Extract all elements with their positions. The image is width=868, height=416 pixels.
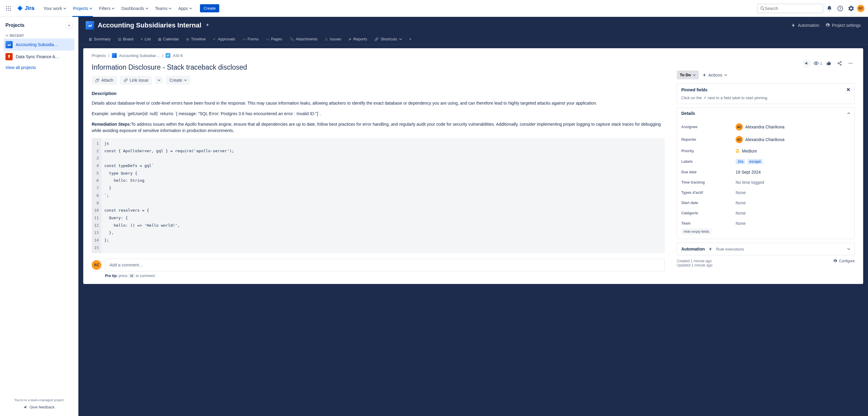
priority-icon: ☰ (736, 149, 740, 154)
link-icon (124, 78, 128, 82)
tab-attachments[interactable]: 📎Attachments (286, 34, 320, 44)
svg-text:?: ? (839, 6, 841, 10)
attach-button[interactable]: Attach (92, 76, 117, 85)
nav-your-work[interactable]: Your work (40, 4, 69, 13)
svg-point-8 (10, 10, 11, 10)
share-icon[interactable] (835, 59, 844, 67)
jira-logo[interactable]: Jira (14, 5, 37, 12)
search-icon (760, 6, 765, 11)
crumb-projects[interactable]: Projects (92, 53, 106, 58)
task-icon (165, 53, 170, 58)
description-body[interactable]: Details about database-level or code-lev… (92, 100, 665, 253)
labels-value[interactable]: Jiraescape (736, 159, 850, 164)
sparkle-icon[interactable] (205, 23, 210, 28)
actions-button[interactable]: Actions (703, 73, 727, 77)
time-tracking-value[interactable]: No time logged (736, 180, 850, 185)
crumb-project[interactable]: Accounting Subsidiar… (119, 53, 160, 58)
create-button[interactable]: Create (200, 4, 219, 12)
project-icon (5, 41, 13, 48)
svg-point-3 (6, 8, 7, 9)
link-issue-button[interactable]: Link issue (120, 76, 152, 85)
svg-point-9 (761, 7, 763, 9)
breadcrumb: Projects / Accounting Subsidiar… / ASI-6 (92, 53, 855, 58)
vote-icon[interactable] (825, 59, 833, 67)
tab-board[interactable]: ▤Board (115, 34, 136, 44)
start-date-value[interactable]: None (736, 200, 850, 205)
gear-icon (833, 259, 837, 263)
sidebar: Projects + RECENT Accounting Subsidia… D… (0, 17, 79, 416)
settings-icon[interactable] (846, 4, 856, 13)
megaphone-icon (24, 405, 28, 409)
project-settings-button[interactable]: Project settings (825, 23, 861, 28)
automation-button[interactable]: Automation (791, 23, 819, 28)
search-input[interactable] (757, 4, 824, 13)
recent-label[interactable]: RECENT (4, 33, 74, 39)
app-switcher-icon[interactable] (4, 4, 13, 13)
help-icon[interactable]: ? (835, 4, 845, 13)
add-comment-input[interactable]: Add a comment… (105, 259, 665, 271)
svg-point-15 (850, 63, 851, 64)
sidebar-project-datasync[interactable]: Data Sync Finance A… (4, 51, 74, 63)
svg-point-4 (8, 8, 9, 9)
details-header[interactable]: Details (677, 108, 855, 119)
nav-filters[interactable]: Filters (96, 4, 118, 13)
priority-value[interactable]: ☰Medium (736, 149, 850, 154)
create-subtask-button[interactable]: Create (166, 76, 191, 85)
tab-timeline[interactable]: ≣Timeline (183, 34, 209, 44)
sidebar-project-accounting[interactable]: Accounting Subsidia… (4, 39, 74, 51)
protip: Pro tip: press M to comment (105, 274, 665, 278)
project-icon (5, 53, 13, 60)
paperclip-icon (95, 78, 99, 82)
tab-forms[interactable]: ▭Forms (240, 34, 262, 44)
feedback-icon[interactable] (803, 59, 811, 67)
gear-icon (825, 23, 830, 28)
reporter-value[interactable]: ACAlexandra Charikova (736, 136, 850, 143)
assignee-value[interactable]: ACAlexandra Charikova (736, 123, 850, 131)
types-dactif-value[interactable]: None (736, 190, 850, 195)
svg-point-16 (851, 63, 852, 64)
nav-items: Your work Projects Filters Dashboards Te… (40, 4, 195, 13)
automation-panel[interactable]: Automation Rule executions (677, 243, 855, 255)
tab-list[interactable]: ≡List (137, 34, 154, 44)
crumb-issue-key[interactable]: ASI-6 (173, 53, 183, 58)
close-icon[interactable]: ✕ (846, 87, 850, 93)
categorie-value[interactable]: None (736, 211, 850, 216)
svg-point-2 (10, 6, 11, 7)
tab-issues[interactable]: ⚠Issues (322, 34, 344, 44)
give-feedback[interactable]: Give feedback (4, 402, 74, 412)
more-icon[interactable] (846, 59, 855, 67)
due-date-value[interactable]: 19 Sept 2024 (736, 170, 850, 174)
add-tab[interactable]: + (406, 34, 415, 44)
top-nav: Jira Your work Projects Filters Dashboar… (0, 0, 868, 17)
nav-teams[interactable]: Teams (152, 4, 175, 13)
tab-reports[interactable]: ⬈Reports (345, 34, 370, 44)
configure-button[interactable]: Configure (833, 259, 855, 263)
tab-pages[interactable]: ▭Pages (263, 34, 285, 44)
tab-summary[interactable]: ▦Summary (86, 34, 114, 44)
issue-title[interactable]: Information Disclosure - Stack traceback… (92, 63, 665, 71)
nav-dashboards[interactable]: Dashboards (118, 4, 151, 13)
nav-apps[interactable]: Apps (175, 4, 195, 13)
svg-point-6 (6, 10, 7, 10)
project-icon (112, 53, 117, 58)
create-project-button[interactable]: + (65, 22, 73, 29)
view-all-projects[interactable]: View all projects (4, 63, 74, 72)
team-managed-note: You're in a team-managed project (4, 398, 74, 402)
link-issue-dropdown[interactable] (155, 76, 163, 84)
tab-shortcuts[interactable]: 🔗Shortcuts (371, 34, 405, 44)
bolt-icon (703, 73, 707, 77)
chevron-down-icon (847, 248, 850, 251)
user-avatar[interactable]: AC (857, 5, 864, 12)
tab-approvals[interactable]: ✓Approvals (210, 34, 238, 44)
pinned-fields-header[interactable]: Pinned fields✕ (677, 84, 855, 96)
watchers[interactable]: 1 (813, 61, 822, 66)
notifications-icon[interactable] (825, 4, 834, 13)
status-button[interactable]: To Do (677, 70, 699, 79)
updated-time: Updated 1 minute ago (677, 263, 712, 267)
nav-projects[interactable]: Projects (70, 4, 96, 13)
team-value[interactable]: None (736, 221, 850, 226)
tab-calendar[interactable]: ▦Calendar (155, 34, 182, 44)
hide-empty-fields[interactable]: Hide empty fields (681, 228, 711, 234)
svg-point-1 (8, 6, 9, 7)
svg-line-10 (763, 9, 764, 10)
